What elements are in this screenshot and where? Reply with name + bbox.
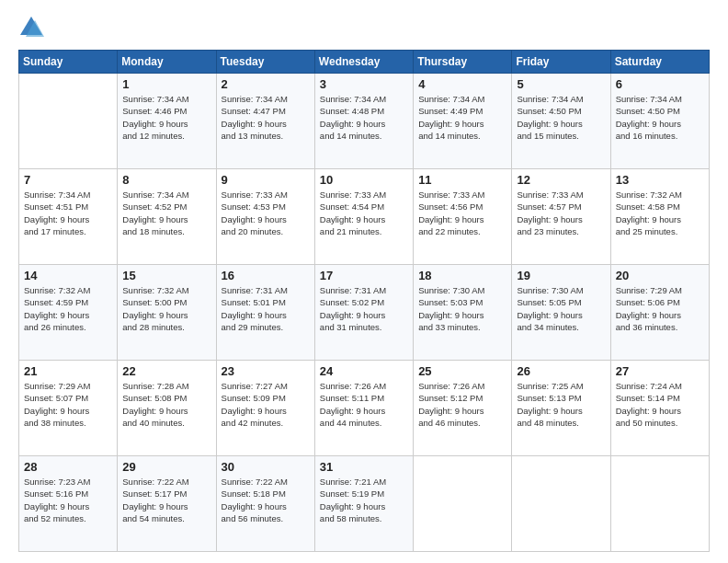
day-cell: 27Sunrise: 7:24 AM Sunset: 5:14 PM Dayli… — [610, 361, 709, 456]
day-info: Sunrise: 7:31 AM Sunset: 5:01 PM Dayligh… — [222, 284, 310, 333]
day-cell: 6Sunrise: 7:34 AM Sunset: 4:50 PM Daylig… — [610, 74, 709, 169]
header-cell-friday: Friday — [512, 51, 610, 74]
day-info: Sunrise: 7:34 AM Sunset: 4:49 PM Dayligh… — [418, 93, 506, 142]
day-cell: 14Sunrise: 7:32 AM Sunset: 4:59 PM Dayli… — [19, 265, 118, 361]
day-number: 7 — [24, 173, 112, 187]
day-cell: 20Sunrise: 7:29 AM Sunset: 5:06 PM Dayli… — [610, 265, 709, 361]
day-number: 31 — [320, 460, 408, 474]
week-row-2: 14Sunrise: 7:32 AM Sunset: 4:59 PM Dayli… — [19, 265, 710, 361]
day-number: 25 — [418, 364, 506, 378]
day-number: 3 — [320, 77, 408, 91]
day-info: Sunrise: 7:21 AM Sunset: 5:19 PM Dayligh… — [320, 476, 408, 524]
day-cell — [19, 74, 118, 169]
day-cell — [414, 456, 512, 552]
day-info: Sunrise: 7:25 AM Sunset: 5:13 PM Dayligh… — [517, 380, 605, 429]
day-cell: 1Sunrise: 7:34 AM Sunset: 4:46 PM Daylig… — [118, 74, 216, 169]
header-cell-tuesday: Tuesday — [216, 51, 314, 74]
day-info: Sunrise: 7:22 AM Sunset: 5:18 PM Dayligh… — [222, 476, 310, 524]
week-row-4: 28Sunrise: 7:23 AM Sunset: 5:16 PM Dayli… — [19, 456, 710, 552]
day-info: Sunrise: 7:33 AM Sunset: 4:54 PM Dayligh… — [320, 189, 408, 237]
day-info: Sunrise: 7:33 AM Sunset: 4:57 PM Dayligh… — [517, 189, 605, 237]
day-info: Sunrise: 7:33 AM Sunset: 4:53 PM Dayligh… — [222, 189, 310, 237]
day-number: 19 — [517, 269, 605, 282]
day-info: Sunrise: 7:34 AM Sunset: 4:50 PM Dayligh… — [517, 93, 605, 142]
day-cell: 19Sunrise: 7:30 AM Sunset: 5:05 PM Dayli… — [512, 265, 610, 361]
day-cell: 23Sunrise: 7:27 AM Sunset: 5:09 PM Dayli… — [216, 361, 314, 456]
logo — [18, 15, 48, 40]
day-cell: 2Sunrise: 7:34 AM Sunset: 4:47 PM Daylig… — [216, 74, 314, 169]
day-number: 6 — [616, 77, 704, 91]
calendar-table: SundayMondayTuesdayWednesdayThursdayFrid… — [18, 50, 710, 552]
day-number: 22 — [122, 364, 210, 378]
day-info: Sunrise: 7:26 AM Sunset: 5:12 PM Dayligh… — [418, 380, 506, 429]
day-number: 29 — [122, 460, 210, 474]
header-cell-thursday: Thursday — [414, 51, 512, 74]
week-row-3: 21Sunrise: 7:29 AM Sunset: 5:07 PM Dayli… — [19, 361, 710, 456]
day-cell: 31Sunrise: 7:21 AM Sunset: 5:19 PM Dayli… — [314, 456, 413, 552]
day-cell: 29Sunrise: 7:22 AM Sunset: 5:17 PM Dayli… — [118, 456, 216, 552]
day-info: Sunrise: 7:34 AM Sunset: 4:52 PM Dayligh… — [122, 189, 210, 237]
day-number: 27 — [616, 364, 704, 378]
day-cell: 18Sunrise: 7:30 AM Sunset: 5:03 PM Dayli… — [414, 265, 512, 361]
day-cell: 10Sunrise: 7:33 AM Sunset: 4:54 PM Dayli… — [314, 169, 413, 265]
day-cell: 13Sunrise: 7:32 AM Sunset: 4:58 PM Dayli… — [610, 169, 709, 265]
header — [18, 15, 710, 40]
day-cell: 12Sunrise: 7:33 AM Sunset: 4:57 PM Dayli… — [512, 169, 610, 265]
day-info: Sunrise: 7:29 AM Sunset: 5:07 PM Dayligh… — [24, 380, 112, 429]
day-number: 26 — [517, 364, 605, 378]
day-info: Sunrise: 7:26 AM Sunset: 5:11 PM Dayligh… — [320, 380, 408, 429]
day-cell — [512, 456, 610, 552]
header-cell-monday: Monday — [118, 51, 216, 74]
day-info: Sunrise: 7:22 AM Sunset: 5:17 PM Dayligh… — [122, 476, 210, 524]
day-cell: 9Sunrise: 7:33 AM Sunset: 4:53 PM Daylig… — [216, 169, 314, 265]
day-cell: 22Sunrise: 7:28 AM Sunset: 5:08 PM Dayli… — [118, 361, 216, 456]
day-cell: 24Sunrise: 7:26 AM Sunset: 5:11 PM Dayli… — [314, 361, 413, 456]
day-cell: 26Sunrise: 7:25 AM Sunset: 5:13 PM Dayli… — [512, 361, 610, 456]
day-number: 12 — [517, 173, 605, 187]
day-number: 2 — [222, 77, 310, 91]
day-number: 17 — [320, 269, 408, 282]
day-info: Sunrise: 7:32 AM Sunset: 5:00 PM Dayligh… — [122, 284, 210, 333]
week-row-0: 1Sunrise: 7:34 AM Sunset: 4:46 PM Daylig… — [19, 74, 710, 169]
day-number: 20 — [616, 269, 704, 282]
day-number: 14 — [24, 269, 112, 282]
day-info: Sunrise: 7:34 AM Sunset: 4:51 PM Dayligh… — [24, 189, 112, 237]
day-info: Sunrise: 7:27 AM Sunset: 5:09 PM Dayligh… — [222, 380, 310, 429]
day-info: Sunrise: 7:23 AM Sunset: 5:16 PM Dayligh… — [24, 476, 112, 524]
header-cell-sunday: Sunday — [19, 51, 118, 74]
day-number: 10 — [320, 173, 408, 187]
day-number: 1 — [122, 77, 210, 91]
day-number: 23 — [222, 364, 310, 378]
day-info: Sunrise: 7:28 AM Sunset: 5:08 PM Dayligh… — [122, 380, 210, 429]
page: SundayMondayTuesdayWednesdayThursdayFrid… — [0, 0, 728, 563]
day-info: Sunrise: 7:32 AM Sunset: 4:59 PM Dayligh… — [24, 284, 112, 333]
day-info: Sunrise: 7:29 AM Sunset: 5:06 PM Dayligh… — [616, 284, 704, 333]
day-number: 30 — [222, 460, 310, 474]
day-info: Sunrise: 7:30 AM Sunset: 5:03 PM Dayligh… — [418, 284, 506, 333]
day-cell: 30Sunrise: 7:22 AM Sunset: 5:18 PM Dayli… — [216, 456, 314, 552]
day-info: Sunrise: 7:34 AM Sunset: 4:47 PM Dayligh… — [222, 93, 310, 142]
day-number: 18 — [418, 269, 506, 282]
day-number: 24 — [320, 364, 408, 378]
day-cell: 5Sunrise: 7:34 AM Sunset: 4:50 PM Daylig… — [512, 74, 610, 169]
day-number: 11 — [418, 173, 506, 187]
logo-icon — [18, 15, 44, 40]
day-cell: 16Sunrise: 7:31 AM Sunset: 5:01 PM Dayli… — [216, 265, 314, 361]
header-cell-wednesday: Wednesday — [314, 51, 413, 74]
day-number: 5 — [517, 77, 605, 91]
day-info: Sunrise: 7:33 AM Sunset: 4:56 PM Dayligh… — [418, 189, 506, 237]
day-number: 15 — [122, 269, 210, 282]
day-number: 9 — [222, 173, 310, 187]
day-number: 4 — [418, 77, 506, 91]
day-cell — [610, 456, 709, 552]
day-number: 16 — [222, 269, 310, 282]
day-info: Sunrise: 7:34 AM Sunset: 4:46 PM Dayligh… — [122, 93, 210, 142]
header-row: SundayMondayTuesdayWednesdayThursdayFrid… — [19, 51, 710, 74]
day-info: Sunrise: 7:32 AM Sunset: 4:58 PM Dayligh… — [616, 189, 704, 237]
day-info: Sunrise: 7:34 AM Sunset: 4:48 PM Dayligh… — [320, 93, 408, 142]
day-info: Sunrise: 7:34 AM Sunset: 4:50 PM Dayligh… — [616, 93, 704, 142]
day-cell: 17Sunrise: 7:31 AM Sunset: 5:02 PM Dayli… — [314, 265, 413, 361]
day-cell: 21Sunrise: 7:29 AM Sunset: 5:07 PM Dayli… — [19, 361, 118, 456]
header-cell-saturday: Saturday — [610, 51, 709, 74]
day-number: 28 — [24, 460, 112, 474]
